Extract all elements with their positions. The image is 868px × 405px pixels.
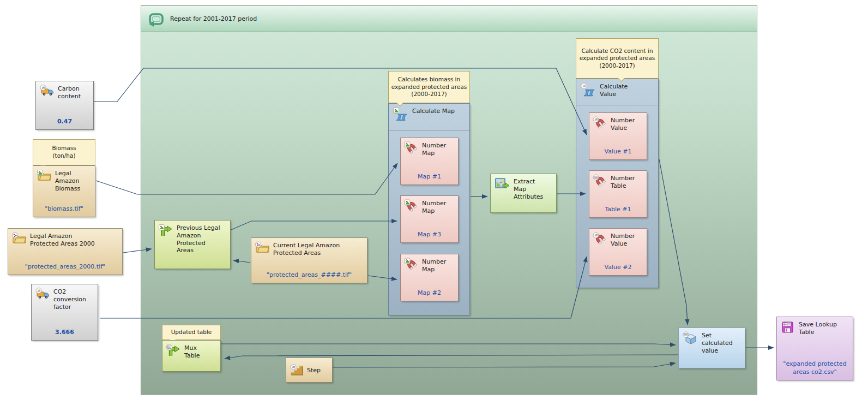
mux-table-label: Mux Table xyxy=(184,344,207,360)
model-canvas: Repeat for 2001-2017 period π Calculate … xyxy=(0,0,868,405)
calculate-map-label: Calculate Map xyxy=(412,107,455,115)
number-map-3-value: Map #3 xyxy=(401,231,458,242)
set-table-cell-cube-icon xyxy=(682,331,698,345)
calculate-map-note[interactable]: Calculates biomass in expanded protected… xyxy=(388,71,470,103)
mux-table-node[interactable]: Mux Table xyxy=(162,340,221,372)
repeat-header: Repeat for 2001-2017 period xyxy=(141,6,757,32)
calculate-map-pi-icon: π xyxy=(393,107,409,122)
biomass-note[interactable]: Biomass (ton/ha) xyxy=(33,139,95,165)
legal-amazon-biomass-label: Legal Amazon Biomass xyxy=(55,169,88,192)
number-map-2-value: Map #2 xyxy=(401,289,458,301)
number-value-magnet-icon: IR xyxy=(593,232,607,245)
carbon-content-label: Carbon content xyxy=(58,85,91,100)
current-legal-amazon-protected-areas-value: "protected_areas_####.tif" xyxy=(251,271,367,283)
number-value-2-label: Number Value xyxy=(611,232,637,248)
legal-amazon-biomass-value: "biomass.tif" xyxy=(33,205,95,217)
save-lookup-table-value: "expanded protected areas co2.csv" xyxy=(777,360,853,380)
current-legal-amazon-protected-areas-label: Current Legal Amazon Protected Areas xyxy=(273,241,355,257)
set-calculated-value-label: Set calculated value xyxy=(702,331,736,354)
number-table-1-label: Number Table xyxy=(611,174,637,190)
legal-amazon-protected-areas-2000-value: "protected_areas_2000.tif" xyxy=(8,263,122,275)
number-value-1-value: Value #1 xyxy=(589,148,647,159)
number-table-1-node[interactable]: Number Table Table #1 xyxy=(589,170,647,218)
number-table-1-value: Table #1 xyxy=(589,206,647,217)
number-value-1-node[interactable]: IR Number Value Value #1 xyxy=(589,112,647,160)
calculate-map-header: π Calculate Map xyxy=(389,104,469,130)
co2-conversion-factor-node[interactable]: IR CO2 conversion factor 3.666 xyxy=(31,284,98,341)
load-categorical-map-folder-icon xyxy=(11,232,27,244)
number-map-magnet-icon xyxy=(404,199,419,212)
number-map-1-node[interactable]: Number Map Map #1 xyxy=(400,138,459,185)
ir-badge-text: IR xyxy=(594,118,598,121)
calculate-value-label: Calculate Value xyxy=(600,82,632,98)
number-map-3-label: Number Map xyxy=(422,199,448,215)
repeat-icon xyxy=(147,10,165,28)
mux-table-arrow-icon xyxy=(166,344,181,358)
updated-table-note-text: Updated table xyxy=(171,329,212,336)
previous-legal-amazon-protected-areas-label: Previous Legal Amazon Protected Areas xyxy=(177,224,220,254)
legal-amazon-protected-areas-2000-node[interactable]: Legal Amazon Protected Areas 2000 "prote… xyxy=(8,228,123,275)
save-lookup-table-node[interactable]: Save Lookup Table "expanded protected ar… xyxy=(776,317,853,380)
mux-map-arrow-icon xyxy=(158,224,173,237)
calculate-value-pi-icon: π IR xyxy=(580,82,596,98)
calculate-value-header: π IR Calculate Value xyxy=(576,79,658,105)
number-constant-truck-icon: IR xyxy=(39,85,55,97)
calculate-map-note-text: Calculates biomass in expanded protected… xyxy=(391,76,467,98)
number-table-magnet-icon xyxy=(593,174,607,187)
ir-badge-text: IR xyxy=(41,86,45,90)
step-node[interactable]: IR Step xyxy=(286,358,333,383)
number-value-2-node[interactable]: IR Number Value Value #2 xyxy=(589,228,647,276)
co2-conversion-factor-label: CO2 conversion factor xyxy=(53,288,92,311)
number-map-magnet-icon xyxy=(404,141,419,154)
calculate-value-note[interactable]: Calculate CO2 content in expanded protec… xyxy=(576,38,659,79)
carbon-content-node[interactable]: IR Carbon content 0.47 xyxy=(35,81,94,130)
number-map-magnet-icon xyxy=(404,258,419,271)
legal-amazon-protected-areas-2000-label: Legal Amazon Protected Areas 2000 xyxy=(30,232,100,248)
biomass-note-text: Biomass (ton/ha) xyxy=(45,145,83,159)
save-lookup-table-floppy-icon xyxy=(780,320,795,333)
ir-badge-text: IR xyxy=(292,366,296,369)
calculate-map-container[interactable]: π Calculate Map xyxy=(388,103,470,315)
load-categorical-map-folder-icon xyxy=(255,241,270,253)
extract-map-attributes-icon xyxy=(494,177,510,190)
set-calculated-value-node[interactable]: Set calculated value xyxy=(678,327,745,368)
number-map-3-node[interactable]: Number Map Map #3 xyxy=(400,195,459,243)
ir-badge-text: IR xyxy=(37,289,41,293)
number-constant-truck-icon: IR xyxy=(35,288,50,300)
extract-map-attributes-node[interactable]: Extract Map Attributes xyxy=(490,174,557,213)
load-map-folder-icon xyxy=(37,169,52,181)
legal-amazon-biomass-node[interactable]: Legal Amazon Biomass "biomass.tif" xyxy=(33,165,95,217)
number-map-2-node[interactable]: Number Map Map #2 xyxy=(400,254,459,301)
number-value-1-label: Number Value xyxy=(611,116,637,132)
repeat-title: Repeat for 2001-2017 period xyxy=(170,15,257,22)
ir-badge-text: IR xyxy=(582,84,586,88)
calculate-value-note-text: Calculate CO2 content in expanded protec… xyxy=(578,47,656,70)
number-value-magnet-icon: IR xyxy=(593,116,607,129)
step-label: Step xyxy=(307,366,321,374)
carbon-content-value: 0.47 xyxy=(36,118,93,129)
co2-conversion-factor-value: 3.666 xyxy=(32,329,98,340)
number-value-2-value: Value #2 xyxy=(589,264,647,275)
step-stairs-icon: IR xyxy=(290,364,304,377)
number-map-1-value: Map #1 xyxy=(401,173,458,184)
number-map-2-label: Number Map xyxy=(422,258,448,273)
current-legal-amazon-protected-areas-node[interactable]: Current Legal Amazon Protected Areas "pr… xyxy=(251,237,367,283)
extract-map-attributes-label: Extract Map Attributes xyxy=(514,177,546,200)
previous-legal-amazon-protected-areas-node[interactable]: Previous Legal Amazon Protected Areas xyxy=(154,220,231,269)
save-lookup-table-label: Save Lookup Table xyxy=(799,320,840,336)
updated-table-note[interactable]: Updated table xyxy=(162,325,221,340)
number-map-1-label: Number Map xyxy=(422,141,448,157)
ir-badge-text: IR xyxy=(594,234,598,237)
calculate-value-container[interactable]: π IR Calculate Value IR Number V xyxy=(576,79,659,288)
